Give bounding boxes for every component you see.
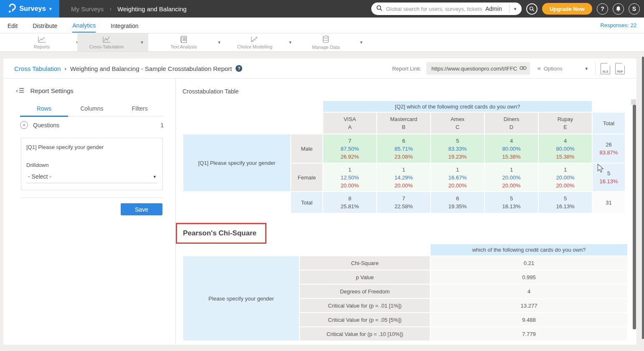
cell-male-amex[interactable]: 583.33%19.23% bbox=[431, 134, 484, 163]
tab-filters[interactable]: Filters bbox=[116, 103, 164, 116]
drilldown-select[interactable]: - Select - ▾ bbox=[26, 173, 157, 183]
column-header-amex: AmexC bbox=[431, 113, 484, 134]
drilldown-label: Drilldown bbox=[26, 162, 157, 168]
cell-total-visa: 825.81% bbox=[323, 192, 376, 213]
choice-modelling-caret-icon[interactable]: ▾ bbox=[284, 40, 297, 45]
tab-columns[interactable]: Columns bbox=[68, 103, 116, 116]
text-analysis-caret-icon[interactable]: ▾ bbox=[213, 40, 226, 45]
add-question-icon[interactable]: + bbox=[20, 121, 28, 129]
search-scope-caret-icon[interactable]: ▾ bbox=[513, 6, 518, 12]
toolbar-choice-modelling: Choice Modelling ▾ bbox=[226, 33, 297, 51]
report-help-icon[interactable]: ? bbox=[236, 65, 242, 72]
mouse-cursor bbox=[597, 164, 604, 175]
collapse-panel-icon[interactable]: ‹☰ bbox=[16, 87, 25, 94]
cell-male-visa[interactable]: 787.50%26.92% bbox=[323, 134, 376, 163]
text-analysis-button[interactable]: Text Analysis bbox=[155, 33, 213, 51]
link-icon[interactable] bbox=[520, 65, 527, 72]
chevron-down-icon: ▾ bbox=[49, 6, 52, 12]
report-title: Weighting and Balancing - Sample Crossta… bbox=[70, 65, 232, 72]
drilldown-selected-value: - Select - bbox=[28, 173, 51, 180]
export-pdf-button[interactable]: PDF bbox=[615, 63, 625, 74]
nav-item-analytics[interactable]: Analytics bbox=[72, 18, 96, 33]
help-button[interactable]: ? bbox=[597, 3, 608, 15]
app-root: Surveys ▾ My Surveys › Weighting and Bal… bbox=[0, 0, 644, 351]
search-input[interactable] bbox=[386, 6, 482, 12]
chi-value-critical-5pct: 9.488 bbox=[431, 313, 627, 326]
avatar[interactable]: S bbox=[629, 3, 640, 15]
row-label-male: Male bbox=[291, 134, 322, 163]
options-dropdown[interactable]: ≡ Options ▾ bbox=[535, 66, 590, 72]
cell-total-mastercard: 722.58% bbox=[377, 192, 430, 213]
search-submit-button[interactable] bbox=[526, 3, 538, 15]
notifications-button[interactable] bbox=[613, 3, 624, 15]
nav-item-edit[interactable]: Edit bbox=[8, 19, 18, 32]
crosstab-column-question: [Q2] which of the following credit cards… bbox=[323, 101, 592, 112]
toolbar-cross-tabulation: Cross-Tabulation ▾ bbox=[77, 33, 148, 51]
toolbar-label: Reports bbox=[34, 44, 50, 49]
cell-female-rupay[interactable]: 120.00%20.00% bbox=[539, 164, 592, 191]
chi-label-p-value: p Value bbox=[300, 270, 430, 284]
chi-label-critical-10pct: Critical Value for (p = .10 [10%]) bbox=[300, 327, 430, 341]
pdf-label: PDF bbox=[616, 70, 624, 73]
export-xls-button[interactable]: XLS bbox=[601, 63, 610, 74]
questions-label[interactable]: Questions bbox=[33, 122, 155, 129]
nav-item-distribute[interactable]: Distribute bbox=[33, 19, 57, 32]
empty-cell bbox=[183, 101, 322, 112]
page-fold bbox=[607, 63, 610, 66]
save-button[interactable]: Save bbox=[121, 203, 162, 215]
chevron-right-icon: › bbox=[109, 5, 112, 12]
options-label: Options bbox=[544, 66, 563, 72]
cell-total-amex: 619.35% bbox=[431, 192, 484, 213]
report-settings-title: Report Settings bbox=[30, 87, 73, 94]
question-card: [Q1] Please specify your gender Drilldow… bbox=[21, 138, 163, 190]
chi-value-critical-10pct: 7.779 bbox=[431, 327, 627, 341]
empty-cell bbox=[593, 101, 625, 112]
chi-label-chi-square: Chi-Square bbox=[300, 256, 430, 270]
cross-tabulation-caret-icon[interactable]: ▾ bbox=[136, 40, 148, 45]
report-scrollbar-thumb[interactable] bbox=[633, 105, 636, 329]
survey-nav: Edit Distribute Analytics Integration Re… bbox=[0, 18, 644, 33]
manage-data-button[interactable]: Manage Data bbox=[297, 33, 355, 51]
report-header-bar: Cross Tabulation › Weighting and Balanci… bbox=[3, 58, 636, 78]
cell-female-diners[interactable]: 120.00%20.00% bbox=[485, 164, 538, 191]
reports-button[interactable]: Reports bbox=[13, 33, 71, 51]
cross-tabulation-breadcrumb-link[interactable]: Cross Tabulation bbox=[14, 65, 61, 72]
brand-label: Surveys bbox=[19, 5, 46, 13]
cell-female-mastercard[interactable]: 114.29%20.00% bbox=[377, 164, 430, 191]
report-link-field[interactable]: https://www.questionpro.com/t/lFFCZg bbox=[426, 62, 530, 75]
cell-male-mastercard[interactable]: 685.71%23.08% bbox=[377, 134, 430, 163]
manage-data-caret-icon[interactable]: ▾ bbox=[355, 40, 368, 45]
xls-label: XLS bbox=[601, 70, 610, 73]
chi-value-p-value: 0.995 bbox=[431, 270, 627, 284]
toolbar-manage-data: Manage Data ▾ bbox=[297, 33, 368, 51]
search-scope-label[interactable]: Admin bbox=[485, 5, 506, 12]
cell-male-diners[interactable]: 480.00%15.38% bbox=[485, 134, 538, 163]
toolbar-text-analysis: Text Analysis ▾ bbox=[155, 33, 226, 51]
drilldown-caret-icon: ▾ bbox=[153, 174, 156, 179]
chi-value-chi-square: 0.21 bbox=[431, 256, 627, 270]
cell-female-amex[interactable]: 116.67%20.00% bbox=[431, 164, 484, 191]
question-text: [Q1] Please specify your gender bbox=[26, 144, 157, 150]
report-link-url[interactable]: https://www.questionpro.com/t/lFFCZg bbox=[431, 66, 517, 72]
cross-tabulation-button[interactable]: Cross-Tabulation bbox=[77, 33, 136, 51]
breadcrumb-my-surveys[interactable]: My Surveys bbox=[71, 5, 104, 13]
product-switcher[interactable]: Surveys ▾ bbox=[0, 0, 59, 18]
column-header-diners: DinersD bbox=[485, 113, 538, 134]
crosstab-table: [Q2] which of the following credit cards… bbox=[183, 100, 626, 214]
cell-total-diners: 516.13% bbox=[485, 192, 538, 213]
cell-grand-total: 31 bbox=[593, 192, 625, 213]
page-fold bbox=[622, 63, 625, 66]
responses-count[interactable]: Responses: 22 bbox=[600, 22, 636, 28]
cell-male-rupay[interactable]: 480.00%15.38% bbox=[539, 134, 592, 163]
nav-item-integration[interactable]: Integration bbox=[111, 19, 138, 32]
tab-rows[interactable]: Rows bbox=[20, 103, 68, 117]
upgrade-now-button[interactable]: Upgrade Now bbox=[542, 3, 592, 15]
questionpro-logo-icon bbox=[8, 3, 16, 15]
column-header-mastercard: MastercardB bbox=[377, 113, 430, 134]
cell-female-visa[interactable]: 112.50%20.00% bbox=[323, 164, 376, 191]
choice-modelling-button[interactable]: Choice Modelling bbox=[226, 33, 284, 51]
questions-row: + Questions 1 bbox=[20, 121, 164, 129]
questions-count: 1 bbox=[160, 122, 164, 129]
scrollbar-track-top[interactable] bbox=[631, 99, 636, 105]
browser-scrollbar-thumb[interactable] bbox=[642, 57, 644, 339]
